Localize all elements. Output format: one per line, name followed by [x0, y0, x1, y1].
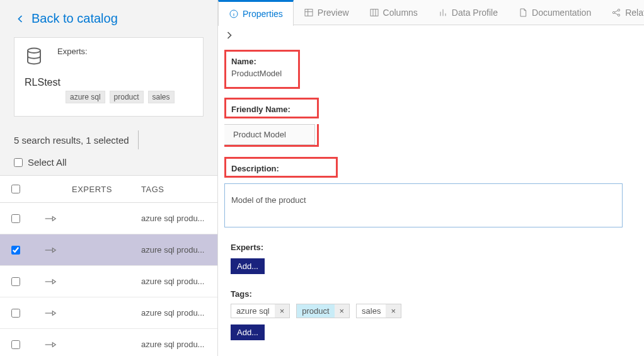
tags-label: Tags: [231, 289, 644, 299]
columns-icon [369, 8, 379, 18]
tag-item[interactable]: azure sql × [231, 304, 290, 318]
row-tags: azure sql produ... [139, 245, 217, 255]
pin-icon[interactable] [44, 340, 57, 349]
select-all[interactable]: Select All [0, 157, 217, 175]
database-icon [25, 47, 43, 66]
tab-columns[interactable]: Columns [359, 0, 428, 25]
svg-line-17 [615, 13, 618, 15]
pin-icon[interactable] [44, 246, 57, 255]
name-group: Name: ProductModel [224, 50, 300, 89]
svg-line-16 [615, 11, 618, 13]
row-tags: azure sql produ... [139, 277, 217, 286]
select-all-checkbox[interactable] [14, 158, 23, 167]
tab-data-profile[interactable]: Data Profile [428, 0, 508, 25]
tab-documentation[interactable]: Documentation [508, 0, 601, 25]
svg-point-13 [613, 11, 615, 13]
remove-tag-button[interactable]: × [275, 304, 290, 318]
tag-label: product [297, 304, 334, 318]
svg-point-15 [618, 14, 620, 16]
experts-section: Experts: Add... [224, 240, 644, 280]
svg-rect-7 [371, 9, 378, 16]
row-tags: azure sql produ... [139, 308, 217, 318]
tab-label: Columns [383, 8, 418, 18]
divider [138, 130, 139, 149]
table-row[interactable]: azure sql produ... [0, 297, 217, 329]
add-tag-button[interactable]: Add... [231, 324, 265, 340]
friendly-name-input[interactable] [224, 124, 315, 145]
tag-label: sales [357, 304, 386, 318]
back-link-label: Back to catalog [32, 11, 118, 26]
tab-preview[interactable]: Preview [294, 0, 359, 25]
add-expert-button[interactable]: Add... [231, 258, 265, 274]
tag-item[interactable]: sales × [356, 304, 401, 318]
info-icon [229, 9, 239, 19]
tab-related-data[interactable]: Related Data [601, 0, 644, 25]
bar-chart-icon [438, 8, 448, 18]
tab-label: Data Profile [452, 8, 498, 18]
row-tags: azure sql produ... [139, 214, 217, 223]
right-pane: Properties Preview Columns Data Profile … [218, 0, 644, 356]
remove-tag-button[interactable]: × [335, 304, 350, 318]
svg-point-14 [618, 9, 620, 11]
asset-card: Experts: RLStest azure sql product sales [14, 37, 204, 117]
row-checkbox[interactable] [11, 309, 20, 318]
tab-label: Documentation [532, 8, 591, 18]
tab-label: Properties [243, 9, 283, 19]
tab-label: Related Data [625, 8, 644, 18]
row-tags: azure sql produ... [139, 340, 217, 349]
friendly-name-group: Friendly Name: [224, 98, 319, 118]
left-pane: Back to catalog Experts: RLStest azure s… [0, 0, 218, 356]
asset-name: RLStest [25, 77, 193, 88]
table-row[interactable]: azure sql produ... [0, 203, 217, 234]
table-row[interactable]: azure sql produ... [0, 266, 217, 297]
row-checkbox[interactable] [11, 277, 20, 286]
results-summary: 5 search results, 1 selected [0, 125, 217, 157]
tab-label: Preview [318, 8, 349, 18]
select-all-label: Select All [28, 157, 67, 168]
tag-label: azure sql [231, 304, 275, 318]
col-experts-header[interactable]: EXPERTS [69, 185, 139, 194]
header-checkbox[interactable] [11, 185, 20, 193]
results-text: 5 search results, 1 selected [14, 135, 129, 146]
experts-label: Experts: [57, 47, 88, 56]
properties-panel: Name: ProductModel Friendly Name: Descri… [218, 43, 644, 356]
name-value: ProductModel [231, 69, 293, 82]
chevron-right-icon [223, 29, 236, 42]
svg-rect-4 [305, 9, 313, 16]
tag-chip[interactable]: sales [148, 91, 175, 103]
row-checkbox[interactable] [11, 246, 20, 255]
name-label: Name: [231, 54, 293, 69]
description-label: Description: [231, 161, 331, 176]
svg-point-0 [28, 49, 40, 54]
row-checkbox[interactable] [11, 340, 20, 349]
friendly-name-label: Friendly Name: [231, 102, 312, 117]
tag-chip[interactable]: product [110, 91, 144, 103]
tag-item[interactable]: product × [296, 304, 350, 318]
row-checkbox[interactable] [11, 214, 20, 223]
tab-strip: Properties Preview Columns Data Profile … [218, 0, 644, 25]
grid-header: EXPERTS TAGS [0, 175, 217, 203]
results-grid: EXPERTS TAGS azure sql produ... azure sq… [0, 175, 217, 356]
back-to-catalog-link[interactable]: Back to catalog [0, 0, 217, 28]
pin-icon[interactable] [44, 309, 57, 318]
experts-label: Experts: [231, 243, 644, 252]
asset-tags: azure sql product sales [66, 89, 193, 105]
document-icon [518, 8, 528, 18]
pin-icon[interactable] [44, 277, 57, 286]
pin-icon[interactable] [44, 214, 57, 223]
arrow-left-icon [14, 13, 26, 25]
collapse-toggle[interactable] [218, 25, 644, 43]
col-tags-header[interactable]: TAGS [139, 185, 217, 194]
table-row[interactable]: azure sql produ... [0, 329, 217, 356]
remove-tag-button[interactable]: × [386, 304, 401, 318]
description-input[interactable] [224, 183, 623, 227]
tag-chip[interactable]: azure sql [66, 91, 105, 103]
tags-section: Tags: azure sql × product × sales × Add.… [224, 287, 644, 347]
table-icon [304, 8, 314, 18]
table-row[interactable]: azure sql produ... [0, 234, 217, 266]
description-group: Description: [224, 157, 338, 178]
tab-properties[interactable]: Properties [218, 0, 294, 26]
share-icon [611, 8, 621, 18]
